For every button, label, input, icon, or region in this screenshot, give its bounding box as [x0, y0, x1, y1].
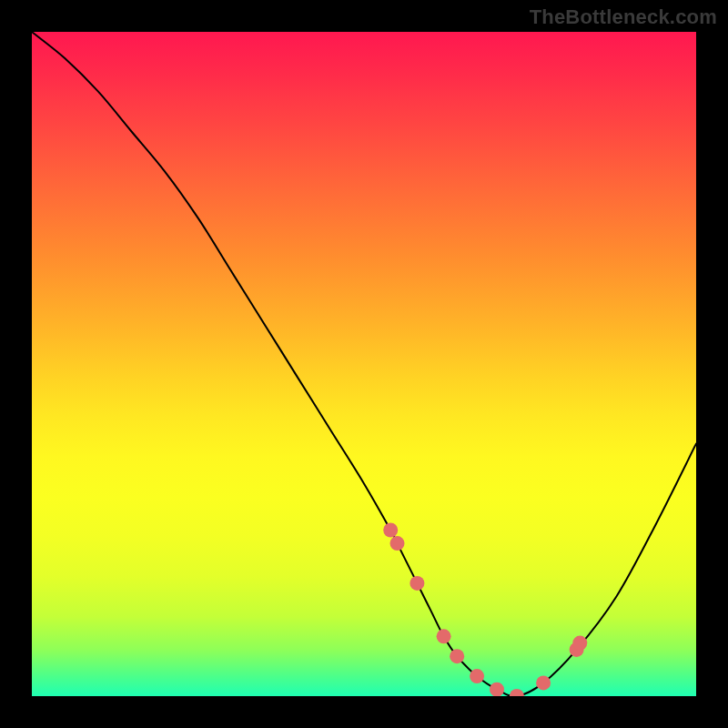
marker-point: [536, 675, 551, 690]
chart-container: TheBottleneck.com: [0, 0, 728, 728]
marker-point: [572, 636, 587, 651]
marker-point: [383, 523, 398, 538]
watermark-text: TheBottleneck.com: [530, 5, 717, 29]
marker-point: [437, 629, 451, 643]
plot-svg: [32, 32, 696, 696]
bottleneck-curve: [32, 32, 696, 696]
marker-point: [510, 689, 524, 696]
marker-point: [450, 649, 464, 663]
marker-point: [390, 536, 405, 551]
marker-point: [490, 682, 504, 696]
marker-point: [470, 669, 484, 683]
marker-point: [410, 576, 424, 591]
